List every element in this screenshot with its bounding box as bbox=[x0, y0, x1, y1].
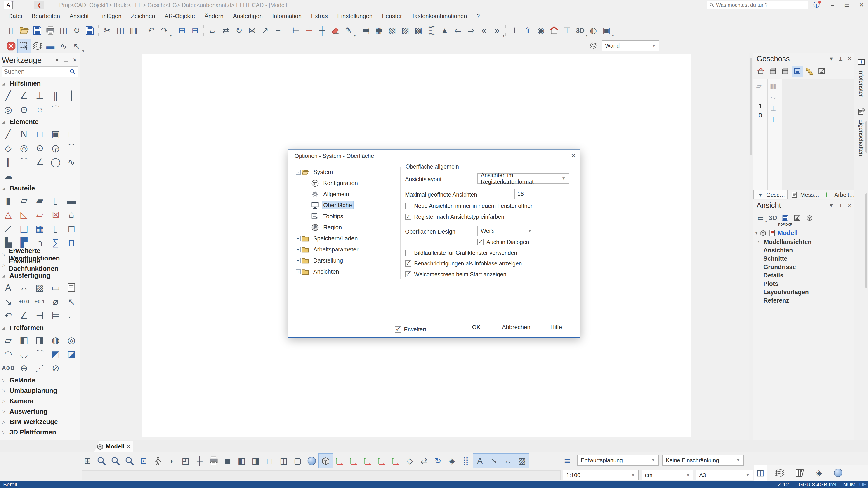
cancel-button[interactable]: Abbrechen bbox=[498, 321, 535, 334]
stairs-icon[interactable]: ▙ bbox=[2, 236, 14, 249]
tab-level-icon[interactable]: ▼ bbox=[756, 191, 765, 199]
bt-zoom-pan-icon[interactable] bbox=[123, 454, 136, 468]
tree-item-referenz[interactable]: Referenz bbox=[755, 296, 854, 305]
view-next-icon[interactable]: »▾ bbox=[491, 24, 504, 37]
collapse-icon[interactable]: ◢ bbox=[2, 186, 7, 191]
ansichtslayout-select[interactable]: Ansichten im Registerkartenformat▼ bbox=[477, 173, 569, 184]
bt-clip-icon[interactable]: ◗ bbox=[164, 454, 179, 468]
slab-dis2-icon[interactable]: ▱ bbox=[768, 92, 778, 103]
checkbox-checked-icon[interactable] bbox=[405, 214, 411, 220]
tools-search-input[interactable] bbox=[4, 68, 69, 75]
close-button[interactable]: ✕ bbox=[855, 0, 868, 10]
menu-ar-objekte[interactable]: AR-Objekte bbox=[160, 10, 199, 22]
pin-icon[interactable]: ⊥ bbox=[838, 56, 843, 62]
tree-item-darstellung[interactable]: +Darstellung bbox=[293, 255, 389, 266]
hatch-icon[interactable]: ▨ bbox=[33, 281, 46, 294]
dropdown-caret-icon[interactable]: ▾ bbox=[82, 49, 84, 54]
bt-hidden-icon[interactable]: ◨ bbox=[249, 454, 263, 468]
hatch-light-icon[interactable]: ▦ bbox=[373, 24, 385, 37]
rect-icon[interactable]: □ bbox=[33, 127, 46, 140]
props-icon[interactable] bbox=[856, 106, 866, 117]
collapse-icon[interactable]: ◢ bbox=[2, 80, 7, 86]
expand-icon[interactable]: ▷ bbox=[2, 378, 7, 383]
expand-box-icon[interactable]: + bbox=[296, 236, 301, 241]
circles-conc-icon[interactable]: ◎ bbox=[18, 141, 30, 155]
bt-viewport-icon[interactable]: ◰ bbox=[179, 454, 193, 468]
bt-plot-icon[interactable] bbox=[207, 454, 221, 468]
arc-icon[interactable]: ⌒ bbox=[18, 156, 30, 168]
move-pts-icon[interactable]: ⋰ bbox=[33, 361, 46, 375]
polyline-edit-icon[interactable]: ∿ bbox=[57, 39, 70, 53]
column-icon[interactable]: ▯ bbox=[49, 194, 62, 207]
design-select[interactable]: Weiß▼ bbox=[477, 226, 535, 236]
close-icon[interactable]: ✕ bbox=[847, 202, 852, 208]
level-dis-icon[interactable]: ⊥ bbox=[768, 103, 778, 114]
collapse-icon[interactable]: ◢ bbox=[2, 325, 7, 330]
tab-arbeit[interactable]: Arbeit… bbox=[822, 190, 857, 199]
level-up-icon[interactable]: ⇧ bbox=[521, 24, 534, 37]
dropdown-caret-icon[interactable]: ▾ bbox=[354, 33, 356, 38]
storey-0[interactable]: 0 bbox=[753, 111, 767, 120]
gs-list-icon[interactable] bbox=[792, 66, 803, 76]
extrude-2-icon[interactable]: ◨ bbox=[33, 333, 46, 347]
expand-icon[interactable]: ▷ bbox=[2, 419, 7, 424]
expand-box-icon[interactable]: + bbox=[296, 269, 301, 274]
guide-circles-icon[interactable]: ◎ bbox=[2, 103, 14, 116]
help-button[interactable]: Hilfe bbox=[537, 321, 575, 334]
tree-item-layoutvorlagen[interactable]: Layoutvorlagen bbox=[755, 288, 854, 296]
hatch-dense-icon[interactable]: ▩ bbox=[412, 24, 425, 37]
save-file-icon[interactable] bbox=[31, 24, 44, 37]
dormer-icon[interactable]: ⌂ bbox=[65, 208, 78, 221]
menu--ndern[interactable]: Ändern bbox=[200, 10, 228, 22]
roof-hip-icon[interactable]: ⊠ bbox=[49, 208, 62, 221]
cloud-icon[interactable]: ☁ bbox=[2, 169, 14, 183]
tree-item-plots[interactable]: Plots bbox=[755, 280, 854, 288]
overflow-icon[interactable]: ⋯ bbox=[787, 470, 792, 476]
checkbox-unchecked-icon[interactable] bbox=[405, 250, 411, 256]
bt-zoom-dyn-icon[interactable] bbox=[108, 454, 123, 468]
paper-format-select[interactable]: A3▼ bbox=[696, 470, 753, 480]
overflow-icon[interactable]: ⋯ bbox=[768, 470, 773, 476]
bt-show-dim-icon[interactable]: ↔ bbox=[501, 454, 515, 468]
panel-menu-icon[interactable]: ▼ bbox=[54, 57, 60, 63]
angle-arc-icon[interactable]: ∠ bbox=[33, 156, 46, 168]
label-frame-icon[interactable]: ▭ bbox=[49, 281, 62, 294]
roof-icon[interactable]: △ bbox=[2, 208, 14, 221]
plan-levels-icon[interactable]: ≣ bbox=[561, 453, 574, 467]
tree-item-arbeitsparameter[interactable]: +Arbeitsparameter bbox=[293, 244, 389, 255]
erweitert-checkbox[interactable]: Erweitert bbox=[395, 326, 426, 333]
roof-window-icon[interactable]: ▱ bbox=[33, 208, 46, 221]
bt-zoom-fit-icon[interactable]: ⊡ bbox=[136, 454, 151, 468]
guide-circle-tan-icon[interactable]: ⊥ bbox=[33, 89, 46, 102]
guide-parallel-icon[interactable]: ∥ bbox=[49, 89, 62, 102]
tab-axis-icon[interactable] bbox=[824, 191, 833, 199]
arrow-left-icon[interactable]: ← bbox=[65, 309, 78, 322]
curved-face-icon[interactable]: ⌒ bbox=[33, 348, 46, 361]
guide-arc-icon[interactable]: ⌒ bbox=[49, 103, 62, 116]
tab-gesc[interactable]: ▼Gesc… bbox=[753, 190, 787, 199]
menu-tastenkombinationen[interactable]: Tastenkombinationen bbox=[407, 10, 472, 22]
bt-axis-model-icon[interactable] bbox=[333, 454, 347, 468]
box-dis-icon[interactable]: ▥ bbox=[768, 80, 778, 91]
rotate-element-icon[interactable]: ↻ bbox=[232, 24, 246, 37]
parameter-cursor-icon[interactable]: ↖▾ bbox=[70, 39, 83, 53]
contour-icon[interactable]: ∟ bbox=[65, 127, 78, 140]
bt-axis-user-icon[interactable] bbox=[389, 454, 403, 468]
wall-slant-icon[interactable]: ◸ bbox=[2, 222, 14, 235]
measure-transfer-icon[interactable]: ⊢ bbox=[289, 24, 303, 37]
bt-shaded-icon[interactable]: ◧ bbox=[235, 454, 249, 468]
open-recent-icon[interactable]: ↻ bbox=[70, 24, 83, 37]
tools-search[interactable] bbox=[2, 66, 78, 77]
extrude-icon[interactable]: ◧ bbox=[18, 333, 30, 347]
circle-tan-icon[interactable]: ◶ bbox=[49, 141, 62, 155]
undo-icon[interactable]: ↶ bbox=[145, 24, 158, 37]
radius-arrow-icon[interactable]: ↖ bbox=[65, 295, 78, 308]
stairs-blue-icon[interactable]: ▛ bbox=[18, 236, 30, 249]
guide-cross2-icon[interactable]: ┼ bbox=[65, 89, 78, 102]
revolve-icon[interactable]: ◍ bbox=[49, 333, 62, 347]
cone-icon[interactable]: ▲ bbox=[438, 24, 451, 37]
face-icon[interactable]: ▱ bbox=[2, 333, 14, 347]
roof-cut-icon[interactable]: ◺ bbox=[18, 208, 30, 221]
rect-blue-icon[interactable]: ▬ bbox=[44, 39, 57, 53]
panel-menu-icon[interactable]: ▼ bbox=[829, 56, 834, 62]
